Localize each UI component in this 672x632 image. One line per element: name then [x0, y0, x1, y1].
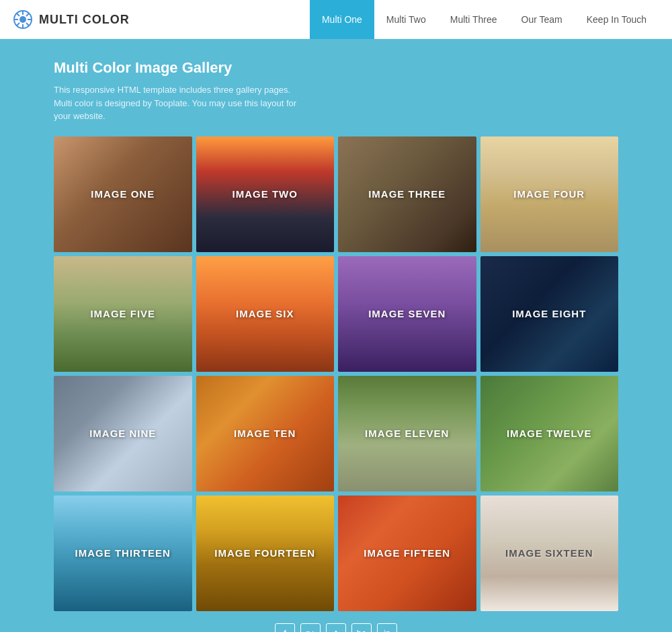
image-fourteen-label: IMAGE FOURTEEN — [196, 496, 335, 611]
gallery-item-12[interactable]: IMAGE TWELVE — [480, 376, 619, 491]
main-content: Multi Color Image Gallery This responsiv… — [0, 39, 672, 632]
gallery-grid: IMAGE ONE IMAGE TWO IMAGE THREE IMAGE FO… — [54, 136, 618, 611]
svg-line-8 — [26, 13, 30, 17]
nav-multi-two[interactable]: Multi Two — [374, 0, 438, 39]
logo: MULTI COLOR — [13, 10, 310, 29]
svg-line-9 — [17, 23, 20, 26]
image-one-label: IMAGE ONE — [54, 136, 192, 252]
nav-multi-one[interactable]: Multi One — [310, 0, 374, 39]
gallery-item-2[interactable]: IMAGE TWO — [196, 136, 335, 252]
logo-text: MULTI COLOR — [39, 13, 130, 27]
gallery-item-11[interactable]: IMAGE ELEVEN — [338, 376, 476, 491]
nav-our-team[interactable]: Our Team — [509, 0, 575, 39]
gallery-title: Multi Color Image Gallery — [54, 59, 618, 77]
image-twelve-label: IMAGE TWELVE — [480, 376, 619, 491]
gallery-description: This responsive HTML template includes t… — [54, 83, 309, 123]
gallery-item-4[interactable]: IMAGE FOUR — [480, 136, 619, 252]
gallery-item-14[interactable]: IMAGE FOURTEEN — [196, 496, 335, 611]
image-five-label: IMAGE FIVE — [54, 256, 192, 372]
social-behance[interactable]: be — [351, 623, 372, 633]
image-seven-label: IMAGE SEVEN — [338, 256, 476, 372]
image-sixteen-label: IMAGE SIXTEEN — [480, 496, 619, 611]
gallery-item-1[interactable]: IMAGE ONE — [54, 136, 192, 252]
gallery-item-9[interactable]: IMAGE NINE — [54, 376, 192, 491]
social-twitter[interactable]: t — [326, 623, 346, 633]
gallery-item-3[interactable]: IMAGE THREE — [338, 136, 476, 252]
social-googleplus[interactable]: g+ — [300, 623, 321, 633]
gallery-item-7[interactable]: IMAGE SEVEN — [338, 256, 476, 372]
header: MULTI COLOR Multi One Multi Two Multi Th… — [0, 0, 672, 39]
social-linkedin[interactable]: in — [377, 623, 397, 633]
image-eight-label: IMAGE EIGHT — [480, 256, 619, 372]
image-fifteen-label: IMAGE FIFTEEN — [338, 496, 476, 611]
gallery-item-5[interactable]: IMAGE FIVE — [54, 256, 192, 372]
svg-line-6 — [17, 13, 20, 17]
image-nine-label: IMAGE NINE — [54, 376, 192, 491]
image-six-label: IMAGE SIX — [196, 256, 335, 372]
gallery-item-8[interactable]: IMAGE EIGHT — [480, 256, 619, 372]
social-bar: f g+ t be in — [54, 611, 618, 633]
image-eleven-label: IMAGE ELEVEN — [338, 376, 476, 491]
image-thirteen-label: IMAGE THIRTEEN — [54, 496, 192, 611]
gallery-item-16[interactable]: IMAGE SIXTEEN — [480, 496, 619, 611]
svg-line-7 — [26, 23, 30, 26]
image-four-label: IMAGE FOUR — [480, 136, 619, 252]
gallery-item-10[interactable]: IMAGE TEN — [196, 376, 335, 491]
svg-point-1 — [19, 16, 26, 23]
image-two-label: IMAGE TWO — [196, 136, 335, 252]
nav-multi-three[interactable]: Multi Three — [438, 0, 509, 39]
main-nav: Multi One Multi Two Multi Three Our Team… — [310, 0, 659, 39]
gallery-item-15[interactable]: IMAGE FIFTEEN — [338, 496, 476, 611]
nav-keep-in-touch[interactable]: Keep In Touch — [575, 0, 659, 39]
image-ten-label: IMAGE TEN — [196, 376, 335, 491]
gallery-item-13[interactable]: IMAGE THIRTEEN — [54, 496, 192, 611]
logo-icon — [13, 10, 32, 29]
image-three-label: IMAGE THREE — [338, 136, 476, 252]
gallery-item-6[interactable]: IMAGE SIX — [196, 256, 335, 372]
social-facebook[interactable]: f — [275, 623, 295, 633]
